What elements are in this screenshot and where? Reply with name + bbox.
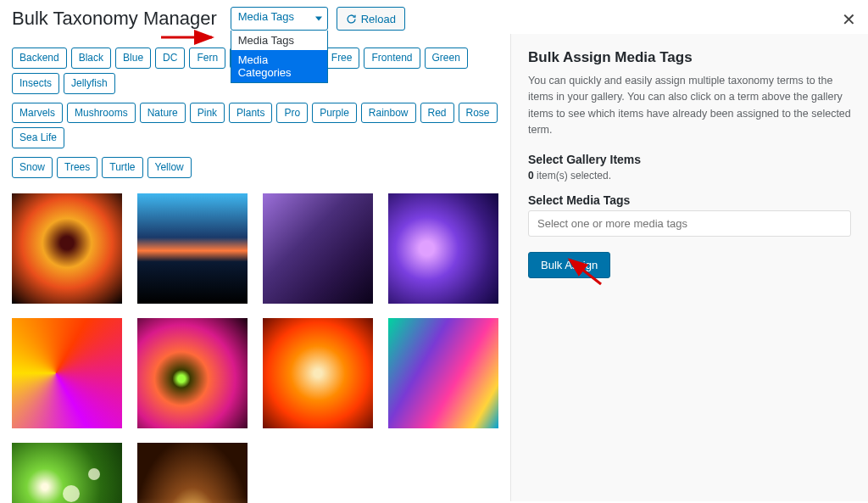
annotation-arrow-1	[159, 29, 219, 46]
gallery-item-3[interactable]	[263, 193, 373, 304]
taxonomy-dropdown: Media Tags Media Categories	[231, 31, 328, 83]
taxonomy-select[interactable]: Media Tags	[231, 7, 328, 31]
reload-icon	[346, 14, 357, 25]
main: Backend Black Blue DC Fern Fish Flowers …	[0, 34, 868, 501]
tag-sea-life[interactable]: Sea Life	[12, 127, 64, 148]
gallery-item-5[interactable]	[12, 318, 122, 428]
taxonomy-option-media-categories[interactable]: Media Categories	[231, 50, 327, 82]
taxonomy-option-media-tags[interactable]: Media Tags	[231, 31, 327, 50]
tag-mushrooms[interactable]: Mushrooms	[67, 103, 136, 124]
tag-frontend[interactable]: Frontend	[364, 48, 420, 69]
tag-fern[interactable]: Fern	[189, 48, 225, 69]
page-title: Bulk Taxonomy Manager	[12, 8, 217, 30]
tag-jellyfish[interactable]: Jellyfish	[64, 73, 115, 94]
tag-dc[interactable]: DC	[155, 48, 185, 69]
tag-black[interactable]: Black	[71, 48, 111, 69]
gallery-item-2[interactable]	[137, 193, 248, 304]
tag-purple[interactable]: Purple	[312, 103, 357, 124]
tag-turtle[interactable]: Turtle	[102, 157, 142, 178]
svg-line-1	[570, 260, 601, 284]
tag-blue[interactable]: Blue	[115, 48, 151, 69]
header: Bulk Taxonomy Manager Media Tags Media T…	[0, 0, 868, 34]
reload-button[interactable]: Reload	[337, 7, 405, 31]
tag-pro[interactable]: Pro	[276, 103, 308, 124]
taxonomy-select-value: Media Tags	[238, 10, 294, 23]
gallery-item-7[interactable]	[263, 318, 373, 428]
gallery-item-10[interactable]	[137, 443, 248, 503]
media-tags-input[interactable]	[528, 210, 851, 237]
selected-count-value: 0	[528, 170, 534, 182]
tag-rose[interactable]: Rose	[459, 103, 498, 124]
left-panel: Backend Black Blue DC Fern Fish Flowers …	[0, 34, 510, 501]
tag-snow[interactable]: Snow	[12, 157, 53, 178]
gallery-grid	[12, 193, 498, 503]
gallery-item-9[interactable]	[12, 443, 122, 503]
tag-marvels[interactable]: Marvels	[12, 103, 63, 124]
tag-trees[interactable]: Trees	[57, 157, 97, 178]
tag-red[interactable]: Red	[420, 103, 454, 124]
gallery-item-1[interactable]	[12, 193, 122, 304]
gallery-item-8[interactable]	[388, 318, 498, 428]
tag-free[interactable]: Free	[324, 48, 360, 69]
select-items-heading: Select Gallery Items	[528, 153, 851, 166]
tag-backend[interactable]: Backend	[12, 48, 67, 69]
tag-nature[interactable]: Nature	[140, 103, 186, 124]
tag-green[interactable]: Green	[425, 48, 468, 69]
close-icon: ✕	[842, 10, 856, 29]
sidebar-heading: Bulk Assign Media Tags	[528, 49, 851, 66]
reload-button-label: Reload	[361, 13, 396, 25]
gallery-item-4[interactable]	[388, 193, 498, 304]
annotation-arrow-2	[563, 254, 605, 288]
tag-rainbow[interactable]: Rainbow	[361, 103, 416, 124]
tag-pink[interactable]: Pink	[190, 103, 225, 124]
tag-plants[interactable]: Plants	[229, 103, 272, 124]
selected-count-suffix: item(s) selected.	[534, 170, 611, 182]
select-tags-heading: Select Media Tags	[528, 193, 851, 207]
sidebar-description: You can quickly and easily assign multip…	[528, 73, 851, 139]
tag-yellow[interactable]: Yellow	[147, 157, 192, 178]
chevron-down-icon	[315, 17, 322, 21]
gallery-item-6[interactable]	[137, 318, 248, 428]
tag-insects[interactable]: Insects	[12, 73, 59, 94]
taxonomy-select-wrap: Media Tags Media Tags Media Categories	[231, 7, 328, 31]
close-button[interactable]: ✕	[841, 12, 856, 27]
selected-count-line: 0 item(s) selected.	[528, 170, 851, 182]
